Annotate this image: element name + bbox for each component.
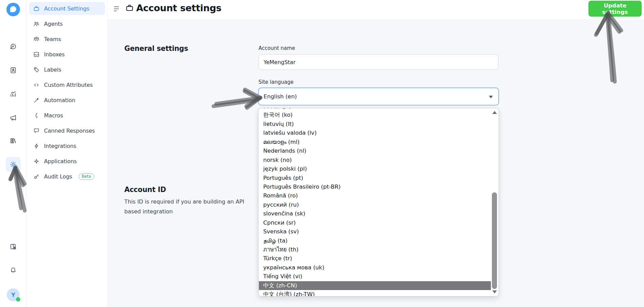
language-option-zh-tw[interactable]: 中文 (台湾) (zh-TW) <box>259 290 491 296</box>
logo-bubble-shape <box>10 6 16 12</box>
sidebar-item-account-settings[interactable]: Account Settings <box>29 2 105 15</box>
teams-icon <box>33 36 40 42</box>
campaigns-icon <box>9 114 17 121</box>
sidebar-toggle-icon[interactable] <box>114 6 121 12</box>
rail-item-campaigns[interactable] <box>6 110 21 125</box>
language-option-rom-n-ro[interactable]: Română (ro) <box>259 191 491 200</box>
site-language-select[interactable]: English (en) <box>258 88 499 105</box>
sidebar-item-custom-attributes[interactable]: Custom Attributes <box>29 78 105 91</box>
notifications-icon <box>9 266 17 273</box>
language-option-th[interactable]: ภาษาไทย (th) <box>259 245 491 254</box>
language-option-lietuvi-lt[interactable]: lietuvių (lt) <box>259 120 491 129</box>
sidebar-item-label: Labels <box>44 66 61 73</box>
language-option-ru[interactable]: русский (ru) <box>259 200 491 209</box>
docs-portal-icon <box>9 243 17 250</box>
macros-icon <box>33 112 40 119</box>
tag-icon <box>33 66 40 73</box>
language-options-list: 日本語 (ja)한국어 (ko)lietuvių (lt)latviešu va… <box>259 109 491 296</box>
language-option-sloven-ina-sk[interactable]: slovenčina (sk) <box>259 209 491 218</box>
language-option-j-zyk-polski-pl[interactable]: język polski (pl) <box>259 165 491 173</box>
briefcase-icon <box>125 4 134 14</box>
chevron-down-icon <box>489 96 493 98</box>
page-title: Account settings <box>136 3 221 13</box>
language-option-svenska-sv[interactable]: Svenska (sv) <box>259 227 491 236</box>
sidebar-item-label: Inboxes <box>44 51 65 58</box>
sidebar-item-label: Custom Attributes <box>44 82 93 88</box>
sidebar-item-label: Agents <box>44 21 63 27</box>
scroll-down-arrow-icon[interactable] <box>492 290 497 293</box>
language-option-portugu-s-brasileiro-pt-br[interactable]: Português Brasileiro (pt-BR) <box>259 183 491 191</box>
rail-item-notifications[interactable] <box>6 262 21 277</box>
user-avatar[interactable]: Y <box>7 288 20 301</box>
language-option-sr[interactable]: Српски (sr) <box>259 218 491 227</box>
language-option-zh-cn[interactable]: 中文 (zh-CN) <box>259 281 491 290</box>
app-window: Y Account SettingsAgentsTeamsInboxesLabe… <box>0 0 644 307</box>
chatwoot-logo-icon[interactable] <box>6 3 20 16</box>
bolt-icon <box>33 143 40 149</box>
language-option-ta[interactable]: தமிழ் (ta) <box>259 236 491 245</box>
sparkle-icon <box>33 158 40 165</box>
settings-icon <box>9 161 17 168</box>
language-option-uk[interactable]: українська мова (uk) <box>259 263 491 272</box>
sidebar-item-labels[interactable]: Labels <box>29 63 105 76</box>
sidebar-item-label: Teams <box>44 36 61 42</box>
sidebar-item-integrations[interactable]: Integrations <box>29 139 105 152</box>
language-option-ko[interactable]: 한국어 (ko) <box>259 111 491 119</box>
sidebar-item-label: Audit Logs <box>44 173 72 180</box>
contacts-icon <box>9 66 17 74</box>
sidebar-item-teams[interactable]: Teams <box>29 33 105 45</box>
language-option-ml[interactable]: മലയാളം (ml) <box>259 138 491 147</box>
sidebar-item-label: Canned Responses <box>44 128 95 134</box>
sidebar-item-applications[interactable]: Applications <box>29 155 105 168</box>
language-option-t-rk-e-tr[interactable]: Türkçe (tr) <box>259 254 491 263</box>
online-status-dot <box>16 297 20 302</box>
sidebar-item-inboxes[interactable]: Inboxes <box>29 48 105 61</box>
rail-item-docs-portal[interactable] <box>6 239 21 254</box>
beta-badge: Beta <box>79 173 94 180</box>
code-icon <box>33 82 40 88</box>
rail-item-contacts[interactable] <box>6 63 21 78</box>
dropdown-scrollbar[interactable] <box>491 109 498 295</box>
sidebar-item-label: Macros <box>44 112 63 119</box>
language-option-ti-ng-vi-t-vi[interactable]: Tiếng Việt (vi) <box>259 272 491 281</box>
sidebar-item-automation[interactable]: Automation <box>29 94 105 107</box>
briefcase-icon <box>33 5 40 12</box>
rail-item-reports[interactable] <box>6 87 21 101</box>
update-settings-button[interactable]: Update settings <box>588 1 642 17</box>
general-settings-heading: General settings <box>124 44 188 53</box>
sidebar-item-label: Automation <box>44 97 75 103</box>
scroll-up-arrow-icon[interactable] <box>492 111 497 114</box>
sidebar-item-agents[interactable]: Agents <box>29 17 105 30</box>
language-option-latvie-u-valoda-lv[interactable]: latviešu valoda (lv) <box>259 129 491 137</box>
canned-icon <box>33 128 40 134</box>
automation-icon <box>33 97 40 103</box>
language-option-norsk-no[interactable]: norsk (no) <box>259 156 491 165</box>
rail-item-conversations[interactable] <box>6 39 21 54</box>
inbox-icon <box>33 51 40 58</box>
primary-sidebar-rail: Y <box>0 0 27 307</box>
reports-icon <box>9 90 17 98</box>
account-id-description: This ID is required if you are building … <box>124 197 253 216</box>
sidebar-item-canned-responses[interactable]: Canned Responses <box>29 124 105 137</box>
language-option-portugu-s-pt[interactable]: Português (pt) <box>259 174 491 183</box>
avatar-initial: Y <box>11 292 15 298</box>
selected-language-value: English (en) <box>264 93 297 100</box>
language-option-nederlands-nl[interactable]: Nederlands (nl) <box>259 147 491 155</box>
sidebar-item-label: Integrations <box>44 143 76 149</box>
sidebar-item-label: Applications <box>44 158 77 165</box>
account-name-label: Account name <box>258 45 295 51</box>
help-center-icon <box>9 137 17 145</box>
sidebar-item-audit-logs[interactable]: Audit LogsBeta <box>29 170 105 183</box>
key-icon <box>33 173 40 180</box>
settings-menu: Account SettingsAgentsTeamsInboxesLabels… <box>26 0 108 307</box>
conversations-icon <box>9 43 17 50</box>
scrollbar-thumb[interactable] <box>492 192 497 289</box>
rail-item-settings[interactable] <box>6 157 21 172</box>
language-option-partial[interactable]: 日本語 (ja) <box>259 108 491 111</box>
sidebar-item-macros[interactable]: Macros <box>29 109 105 122</box>
account-name-input[interactable] <box>258 54 498 70</box>
agents-icon <box>33 21 40 27</box>
sidebar-item-label: Account Settings <box>44 5 89 12</box>
language-dropdown-panel: 日本語 (ja)한국어 (ko)lietuvių (lt)latviešu va… <box>258 108 499 296</box>
rail-item-help-center[interactable] <box>6 133 21 148</box>
